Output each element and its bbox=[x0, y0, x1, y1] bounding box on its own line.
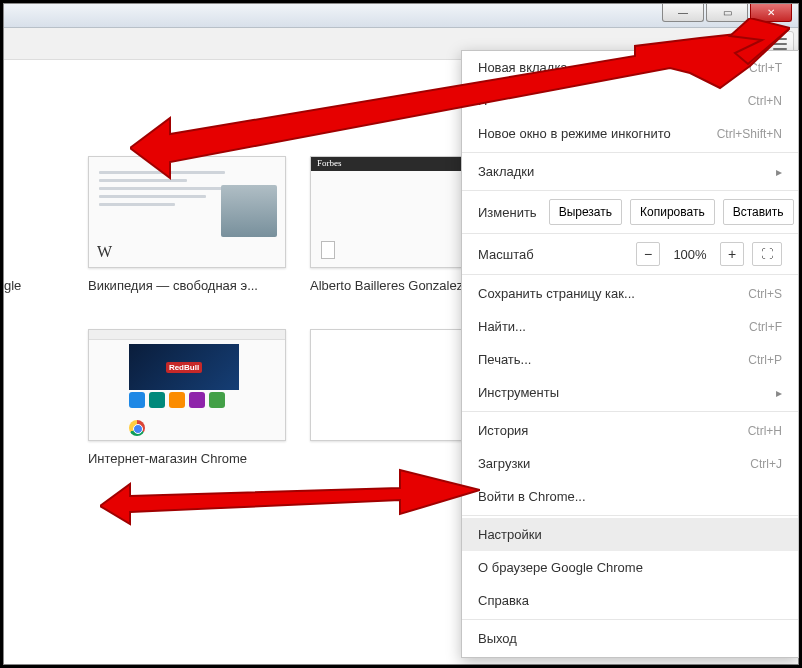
most-visited-tile[interactable] bbox=[4, 329, 64, 466]
menu-separator bbox=[462, 411, 798, 412]
menu-item-shortcut: Ctrl+F bbox=[749, 320, 782, 334]
menu-item-label: Войти в Chrome... bbox=[478, 489, 586, 504]
menu-item-label: История bbox=[478, 423, 528, 438]
edit-paste-button[interactable]: Вставить bbox=[723, 199, 794, 225]
edit-cut-button[interactable]: Вырезать bbox=[549, 199, 622, 225]
zoom-value: 100% bbox=[668, 247, 712, 262]
window-minimize-button[interactable]: — bbox=[662, 4, 704, 22]
window-close-button[interactable]: ✕ bbox=[750, 4, 792, 22]
menu-item-history[interactable]: История Ctrl+H bbox=[462, 414, 798, 447]
menu-item-label: Сохранить страницу как... bbox=[478, 286, 635, 301]
menu-item-shortcut: Ctrl+P bbox=[748, 353, 782, 367]
menu-item-label: О браузере Google Chrome bbox=[478, 560, 643, 575]
menu-item-label: Найти... bbox=[478, 319, 526, 334]
most-visited-tile[interactable]: W Википедия — свободная э... bbox=[88, 156, 286, 293]
menu-item-shortcut: Ctrl+N bbox=[748, 94, 782, 108]
most-visited-tile[interactable]: gle bbox=[4, 156, 64, 293]
tile-label: Википедия — свободная э... bbox=[88, 278, 286, 293]
menu-item-exit[interactable]: Выход bbox=[462, 622, 798, 655]
zoom-out-button[interactable]: − bbox=[636, 242, 660, 266]
window-titlebar: — ▭ ✕ bbox=[4, 4, 798, 28]
edit-copy-button[interactable]: Копировать bbox=[630, 199, 715, 225]
menu-item-shortcut: Ctrl+Shift+N bbox=[717, 127, 782, 141]
menu-item-signin[interactable]: Войти в Chrome... bbox=[462, 480, 798, 513]
menu-item-label: Масштаб bbox=[478, 247, 628, 262]
menu-item-label: Изменить bbox=[478, 205, 537, 220]
menu-item-downloads[interactable]: Загрузки Ctrl+J bbox=[462, 447, 798, 480]
tile-label: gle bbox=[4, 278, 64, 293]
menu-item-new-window[interactable]: Н Ctrl+N bbox=[462, 84, 798, 117]
menu-separator bbox=[462, 274, 798, 275]
menu-separator bbox=[462, 190, 798, 191]
menu-item-shortcut: Ctrl+H bbox=[748, 424, 782, 438]
menu-item-label: Выход bbox=[478, 631, 517, 646]
menu-edit-row: Изменить Вырезать Копировать Вставить bbox=[462, 193, 798, 231]
menu-item-print[interactable]: Печать... Ctrl+P bbox=[462, 343, 798, 376]
tile-thumbnail: W bbox=[88, 156, 286, 268]
menu-item-label: Новая вкладка bbox=[478, 60, 568, 75]
menu-item-save-as[interactable]: Сохранить страницу как... Ctrl+S bbox=[462, 277, 798, 310]
menu-item-incognito[interactable]: Новое окно в режиме инкогнито Ctrl+Shift… bbox=[462, 117, 798, 150]
menu-separator bbox=[462, 233, 798, 234]
menu-item-label: Новое окно в режиме инкогнито bbox=[478, 126, 671, 141]
menu-item-bookmarks[interactable]: Закладки ▸ bbox=[462, 155, 798, 188]
zoom-in-button[interactable]: + bbox=[720, 242, 744, 266]
menu-item-find[interactable]: Найти... Ctrl+F bbox=[462, 310, 798, 343]
menu-separator bbox=[462, 515, 798, 516]
submenu-arrow-icon: ▸ bbox=[776, 386, 782, 400]
menu-item-about[interactable]: О браузере Google Chrome bbox=[462, 551, 798, 584]
menu-item-tools[interactable]: Инструменты ▸ bbox=[462, 376, 798, 409]
menu-item-label: Инструменты bbox=[478, 385, 559, 400]
menu-item-shortcut: Ctrl+T bbox=[749, 61, 782, 75]
menu-item-help[interactable]: Справка bbox=[462, 584, 798, 617]
tile-thumbnail: RedBull bbox=[88, 329, 286, 441]
menu-item-new-tab[interactable]: Новая вкладка Ctrl+T bbox=[462, 51, 798, 84]
menu-zoom-row: Масштаб − 100% + ⛶ bbox=[462, 236, 798, 272]
menu-item-label: Справка bbox=[478, 593, 529, 608]
window-maximize-button[interactable]: ▭ bbox=[706, 4, 748, 22]
tile-label: Интернет-магазин Chrome bbox=[88, 451, 286, 466]
menu-item-label: Настройки bbox=[478, 527, 542, 542]
menu-item-label: Закладки bbox=[478, 164, 534, 179]
menu-item-label: Н bbox=[478, 93, 487, 108]
menu-item-label: Загрузки bbox=[478, 456, 530, 471]
most-visited-tile[interactable]: RedBull Интернет-магазин Chrome bbox=[88, 329, 286, 466]
submenu-arrow-icon: ▸ bbox=[776, 165, 782, 179]
menu-separator bbox=[462, 152, 798, 153]
fullscreen-button[interactable]: ⛶ bbox=[752, 242, 782, 266]
menu-item-settings[interactable]: Настройки bbox=[462, 518, 798, 551]
menu-item-shortcut: Ctrl+J bbox=[750, 457, 782, 471]
menu-item-shortcut: Ctrl+S bbox=[748, 287, 782, 301]
menu-item-label: Печать... bbox=[478, 352, 531, 367]
chrome-main-menu: Новая вкладка Ctrl+T Н Ctrl+N Новое окно… bbox=[461, 50, 799, 658]
menu-separator bbox=[462, 619, 798, 620]
